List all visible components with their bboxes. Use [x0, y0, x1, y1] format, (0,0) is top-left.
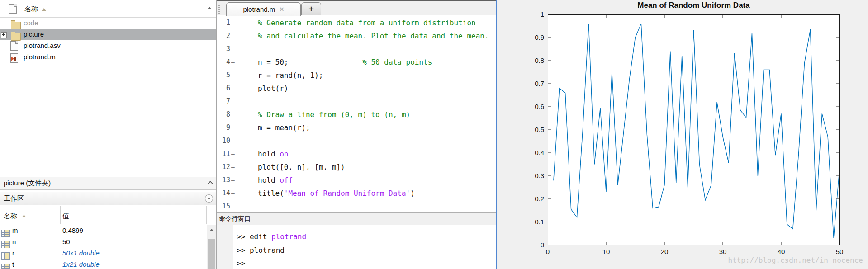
line-number: 14	[217, 187, 230, 200]
ws-column-name-label[interactable]: 名称	[4, 212, 17, 221]
close-tab-icon[interactable]: ×	[280, 5, 284, 14]
column-divider[interactable]	[60, 206, 61, 224]
code-line-9[interactable]: 9—m = mean(r);	[217, 121, 495, 134]
code-line-5[interactable]: 5—r = rand(n, 1);	[217, 69, 495, 82]
code-line-15[interactable]: 15	[217, 200, 495, 213]
variable-value: 0.4899	[62, 227, 83, 234]
x-tick-label: 10	[596, 248, 616, 255]
y-tick-label: 0	[524, 241, 544, 249]
scrollbar-thumb[interactable]	[208, 239, 215, 269]
document-icon	[9, 4, 17, 14]
command-text: >> plotrand	[237, 246, 285, 255]
code-segment: 'Mean of Random Uniform Data'	[284, 189, 410, 198]
y-tick-label: 0.2	[524, 195, 544, 203]
line-number: 15	[217, 200, 230, 213]
line-number: 1	[217, 16, 230, 29]
code-segment: off	[280, 176, 293, 184]
code-line-6[interactable]: 6—plot(r)	[217, 82, 495, 95]
code-line-12[interactable]: 12—plot([0, n], [m, m])	[217, 160, 495, 174]
command-window-header[interactable]: 命令行窗口	[217, 212, 496, 225]
code-segment: on	[280, 150, 288, 158]
command-text: >> edit	[237, 232, 271, 241]
code-line-2[interactable]: 2% and calculate the mean. Plot the data…	[217, 29, 495, 42]
code-text: % Generate random data from a uniform di…	[258, 16, 476, 29]
workspace-table-header: 名称 值	[0, 205, 216, 224]
line-number: 8	[217, 108, 230, 121]
sort-ascending-icon[interactable]	[42, 8, 46, 11]
command-arg: plotrand	[271, 232, 306, 241]
axes-border	[548, 15, 840, 245]
watermark-text: http://blog.csdn.net/in_nocence	[728, 256, 863, 264]
code-line-14[interactable]: 14—title('Mean of Random Uniform Data')	[217, 187, 495, 200]
code-segment: title(	[258, 189, 284, 198]
ws-sort-ascending-icon[interactable]	[22, 215, 26, 217]
code-text: n = 50; % 50 data points	[258, 56, 432, 69]
file-row-picture[interactable]: picture	[0, 29, 216, 40]
line-number: 12	[217, 160, 230, 174]
scroll-up-icon[interactable]	[207, 7, 212, 9]
code-line-8[interactable]: 8% Draw a line from (0, m) to (n, m)	[217, 108, 495, 121]
variable-value: 50x1 double	[62, 249, 100, 257]
line-number: 6	[217, 82, 230, 95]
code-segment: r = rand(n, 1);	[258, 71, 323, 80]
drag-handle-icon[interactable]	[218, 5, 220, 14]
variable-grid-icon	[1, 230, 10, 237]
executable-line-marker: —	[231, 121, 238, 134]
code-line-11[interactable]: 11—hold on	[217, 147, 495, 160]
y-tick-label: 0.8	[524, 57, 544, 64]
file-column-name-label[interactable]: 名称	[24, 5, 38, 14]
code-text: plot([0, n], [m, m])	[258, 160, 345, 174]
ws-column-value-label[interactable]: 值	[62, 212, 69, 221]
variable-row-m[interactable]: m0.4899	[0, 225, 206, 236]
code-text: % Draw a line from (0, m) to (n, m)	[258, 108, 410, 121]
column-divider[interactable]	[206, 206, 207, 224]
file-label: picture	[24, 30, 44, 38]
executable-line-marker: —	[231, 187, 238, 200]
code-segment	[288, 58, 362, 66]
expand-icon[interactable]	[1, 32, 7, 38]
x-tick-label: 50	[830, 248, 849, 255]
code-line-4[interactable]: 4—n = 50; % 50 data points	[217, 56, 495, 69]
code-segment: % and calculate the mean. Plot the data …	[258, 32, 489, 40]
variable-name: n	[12, 238, 16, 245]
file-row-plotrand.asv[interactable]: plotrand.asv	[0, 40, 216, 52]
tab-plotrand-m[interactable]: plotrand.m ×	[226, 2, 301, 16]
collapse-chevron-icon[interactable]	[207, 181, 213, 187]
variable-row-n[interactable]: n50	[0, 236, 206, 248]
code-line-1[interactable]: 1% Generate random data from a uniform d…	[217, 16, 495, 29]
code-line-13[interactable]: 13—hold off	[217, 174, 495, 187]
variable-row-t[interactable]: t1x21 double	[0, 259, 206, 269]
folder-icon	[11, 33, 21, 41]
x-tick-label: 30	[713, 248, 733, 255]
plot-canvas	[548, 14, 840, 245]
command-text: >>	[237, 259, 245, 268]
workspace-menu-icon[interactable]	[205, 194, 213, 203]
variable-grid-icon	[1, 252, 10, 260]
command-window-gutter	[217, 225, 233, 269]
variable-value: 1x21 double	[62, 260, 100, 268]
code-segment: plot(r)	[258, 84, 288, 93]
file-list-header[interactable]: 名称	[0, 1, 216, 18]
code-text: r = rand(n, 1);	[258, 69, 323, 82]
code-line-10[interactable]: 10	[217, 134, 495, 147]
column-divider[interactable]	[119, 206, 119, 224]
code-line-7[interactable]: 7	[217, 95, 495, 108]
line-number: 7	[217, 95, 230, 108]
command-line-2[interactable]: >>	[233, 257, 490, 269]
new-tab-button[interactable]: +	[301, 2, 321, 16]
file-row-code[interactable]: code	[0, 18, 216, 29]
folder-detail-bar[interactable]: picture (文件夹)	[0, 177, 216, 190]
scroll-up-icon[interactable]	[209, 229, 214, 231]
y-tick-label: 0.3	[524, 172, 544, 179]
line-number: 3	[217, 42, 230, 56]
code-text: title('Mean of Random Uniform Data')	[258, 187, 415, 200]
variable-row-r[interactable]: r50x1 double	[0, 248, 206, 259]
code-text: m = mean(r);	[258, 121, 310, 134]
code-line-3[interactable]: 3	[217, 42, 495, 56]
variable-name: t	[12, 260, 14, 268]
code-segment: m = mean(r);	[258, 123, 310, 132]
y-tick-label: 0.1	[524, 218, 544, 226]
workspace-header[interactable]: 工作区	[0, 192, 216, 206]
file-row-plotrand.m[interactable]: plotrand.m	[0, 52, 216, 63]
line-number: 5	[217, 69, 230, 82]
